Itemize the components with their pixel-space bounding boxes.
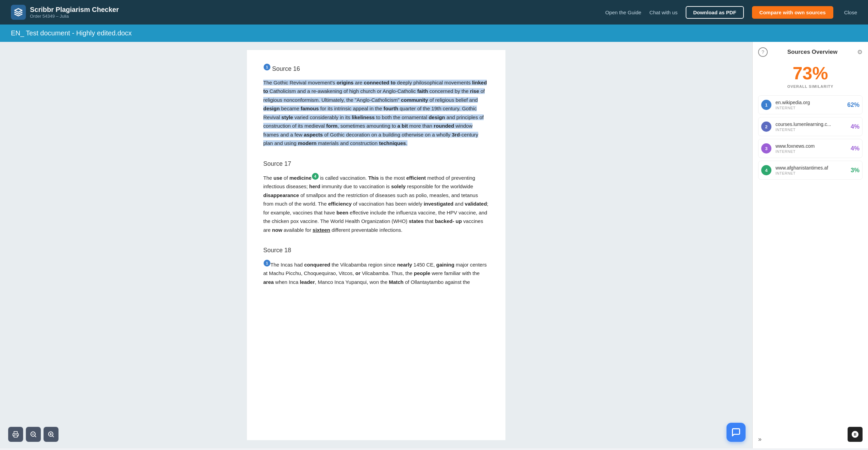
source-pct-3: 4% bbox=[851, 145, 859, 152]
source-type-3: INTERNET bbox=[775, 149, 851, 154]
document-paper: 1 Source 16 The Gothic Revival movement'… bbox=[247, 50, 505, 440]
source-pct-4: 3% bbox=[851, 167, 859, 174]
source-url-3: www.foxnews.com bbox=[775, 143, 851, 149]
source-17-heading: Source 17 bbox=[263, 159, 489, 169]
source-17-text: The use of medicine4 is called vaccinati… bbox=[263, 173, 489, 234]
app-title: Scribbr Plagiarism Checker bbox=[30, 6, 119, 14]
source-url-1: en.wikipedia.org bbox=[775, 100, 847, 105]
symfony-icon[interactable] bbox=[848, 427, 863, 442]
filename-label: EN_ Test document - Highly edited.docx bbox=[11, 29, 132, 37]
source-list: 1 en.wikipedia.org INTERNET 62% 2 course… bbox=[758, 95, 863, 182]
guide-link[interactable]: Open the Guide bbox=[605, 10, 641, 15]
sources-sidebar: ? Sources Overview ⚙ 73% OVERALL SIMILAR… bbox=[752, 42, 868, 448]
overall-similarity-section: 73% OVERALL SIMILARITY bbox=[758, 64, 863, 89]
help-icon[interactable]: ? bbox=[758, 47, 768, 57]
logo-icon bbox=[11, 5, 26, 20]
source-18-heading: Source 18 bbox=[263, 245, 489, 256]
source-type-1: INTERNET bbox=[775, 106, 847, 110]
source-16-heading: 1 Source 16 bbox=[263, 64, 489, 74]
svg-rect-0 bbox=[14, 435, 17, 437]
source-row-3[interactable]: 3 www.foxnews.com INTERNET 4% bbox=[758, 139, 863, 158]
overall-similarity-label: OVERALL SIMILARITY bbox=[758, 84, 863, 89]
top-nav: Scribbr Plagiarism Checker Order 54349 –… bbox=[0, 0, 868, 25]
source-num-3: 3 bbox=[761, 143, 771, 154]
sidebar-header: ? Sources Overview ⚙ bbox=[758, 47, 863, 57]
source-url-4: www.afghanistantimes.af bbox=[775, 165, 851, 171]
source-pct-1: 62% bbox=[847, 101, 859, 109]
source-block-16: 1 Source 16 The Gothic Revival movement'… bbox=[263, 64, 489, 148]
chat-link[interactable]: Chat with us bbox=[649, 10, 678, 15]
compare-sources-button[interactable]: Compare with own sources bbox=[752, 6, 833, 19]
file-bar: EN_ Test document - Highly edited.docx bbox=[0, 25, 868, 42]
zoom-out-button[interactable] bbox=[26, 427, 41, 442]
chat-fab-button[interactable] bbox=[727, 423, 746, 442]
print-button[interactable] bbox=[8, 427, 23, 442]
download-pdf-button[interactable]: Download as PDF bbox=[686, 6, 744, 19]
main-layout: 1 Source 16 The Gothic Revival movement'… bbox=[0, 42, 868, 448]
overall-similarity-pct: 73% bbox=[758, 64, 863, 83]
sidebar-title: Sources Overview bbox=[770, 49, 854, 55]
source-block-17: Source 17 The use of medicine4 is called… bbox=[263, 159, 489, 235]
svg-line-2 bbox=[35, 436, 36, 437]
badge-1-s16: 1 bbox=[264, 64, 270, 70]
svg-line-5 bbox=[52, 436, 54, 437]
order-subtitle: Order 54349 – Julia bbox=[30, 14, 119, 19]
source-row-1[interactable]: 1 en.wikipedia.org INTERNET 62% bbox=[758, 95, 863, 114]
source-num-2: 2 bbox=[761, 122, 771, 132]
settings-icon[interactable]: ⚙ bbox=[857, 48, 863, 56]
navigate-arrows-button[interactable]: » bbox=[758, 436, 762, 443]
source-row-2[interactable]: 2 courses.lumenlearning.c... INTERNET 4% bbox=[758, 117, 863, 136]
sidebar-footer: » bbox=[758, 432, 863, 443]
close-button[interactable]: Close bbox=[844, 10, 857, 15]
badge-1-s18: 1 bbox=[264, 260, 270, 267]
source-18-text: 1The Incas had conquered the Vilcabamba … bbox=[263, 260, 489, 286]
source-num-4: 4 bbox=[761, 165, 771, 175]
zoom-in-button[interactable] bbox=[44, 427, 59, 442]
source-16-text: The Gothic Revival movement's origins ar… bbox=[263, 78, 489, 148]
source-row-4[interactable]: 4 www.afghanistantimes.af INTERNET 3% bbox=[758, 161, 863, 180]
badge-4-s17: 4 bbox=[312, 173, 319, 180]
bottom-toolbar bbox=[8, 427, 59, 442]
logo-area: Scribbr Plagiarism Checker Order 54349 –… bbox=[11, 5, 119, 20]
source-type-2: INTERNET bbox=[775, 128, 851, 132]
source-pct-2: 4% bbox=[851, 123, 859, 130]
source-num-1: 1 bbox=[761, 100, 771, 110]
source-block-18: Source 18 1The Incas had conquered the V… bbox=[263, 245, 489, 286]
source-url-2: courses.lumenlearning.c... bbox=[775, 122, 851, 127]
document-area: 1 Source 16 The Gothic Revival movement'… bbox=[0, 42, 752, 448]
source-type-4: INTERNET bbox=[775, 171, 851, 175]
